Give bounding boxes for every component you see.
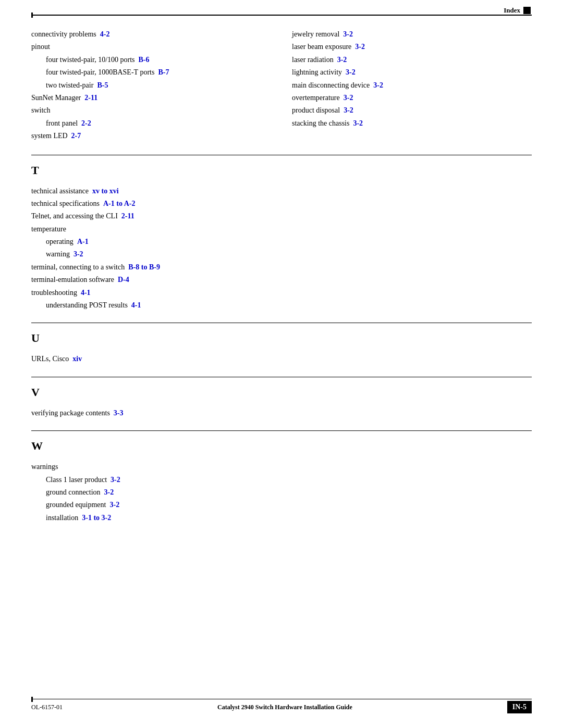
footer-guide-title: Catalyst 2940 Switch Hardware Installati… [217,704,352,711]
list-item: ground connection 3-2 [46,487,532,498]
link-post[interactable]: 4-1 [131,301,141,309]
list-item: Telnet, and accessing the CLI 2-11 [31,211,532,222]
list-item: understanding POST results 4-1 [46,300,532,311]
list-item: URLs, Cisco xiv [31,353,532,365]
link-tech-specs[interactable]: A-1 to A-2 [103,200,135,207]
list-item: terminal-emulation software D-4 [31,274,532,286]
list-item: product disposal 3-2 [292,105,532,116]
list-item: troubleshooting 4-1 [31,287,532,299]
list-item: SunNet Manager 2-11 [31,92,271,104]
list-item: warning 3-2 [46,249,532,260]
link-laser-beam[interactable]: 3-2 [355,43,365,51]
list-item: front panel 2-2 [46,118,271,129]
link-connectivity[interactable]: 4-2 [100,30,110,38]
link-urls-cisco[interactable]: xiv [72,355,82,363]
section-heading-u: U [31,331,532,345]
divider-u [31,323,532,323]
list-item: lightning activity 3-2 [292,67,532,78]
list-item: warnings [31,461,532,473]
link-product-disposal[interactable]: 3-2 [344,106,353,114]
link-sunnet[interactable]: 2-11 [84,94,97,102]
link-overtemp[interactable]: 3-2 [344,94,353,102]
header: Index [504,6,531,15]
list-item: laser beam exposure 3-2 [292,41,532,53]
list-item: main disconnecting device 3-2 [292,80,532,91]
link-lightning[interactable]: 3-2 [346,68,356,76]
link-telnet[interactable]: 2-11 [121,212,134,220]
list-item: two twisted-pair B-5 [46,80,271,91]
list-item: pinout [31,41,271,53]
link-grounded-equip[interactable]: 3-2 [109,501,119,509]
link-troubleshooting[interactable]: 4-1 [81,289,91,297]
list-item: operating A-1 [46,236,532,248]
link-operating[interactable]: A-1 [77,238,89,245]
footer-doc-number: OL-6157-01 [31,704,63,711]
link-class-laser[interactable]: 3-2 [111,476,120,484]
link-jewelry[interactable]: 3-2 [343,30,353,38]
list-item: connectivity problems 4-2 [31,29,271,40]
footer: OL-6157-01 Catalyst 2940 Switch Hardware… [31,701,532,713]
divider-t [31,155,532,155]
link-two-twisted-pair[interactable]: B-5 [97,81,108,89]
footer-page-label: IN-5 [507,701,532,713]
header-black-box [523,7,531,14]
link-front-panel[interactable]: 2-2 [81,119,91,127]
list-item: installation 3-1 to 3-2 [46,512,532,524]
top-border [31,15,532,16]
col-right: jewelry removal 3-2 laser beam exposure … [292,29,532,143]
section-heading-t: T [31,164,532,177]
list-item: temperature [31,224,532,235]
list-item: verifying package contents 3-3 [31,408,532,419]
link-stacking[interactable]: 3-2 [353,119,363,127]
top-two-col: connectivity problems 4-2 pinout four tw… [31,29,532,143]
link-system-led[interactable]: 2-7 [71,132,81,140]
page: Index connectivity problems 4-2 pinout f… [0,0,563,728]
link-twisted-pair-10100[interactable]: B-6 [139,56,150,64]
link-terminal-emul[interactable]: D-4 [118,276,129,283]
list-item: system LED 2-7 [31,130,271,142]
link-twisted-pair-1000[interactable]: B-7 [158,68,169,76]
list-item: jewelry removal 3-2 [292,29,532,40]
link-verify-pkg[interactable]: 3-3 [114,409,124,417]
list-item: grounded equipment 3-2 [46,499,532,511]
list-item: technical specifications A-1 to A-2 [31,198,532,209]
list-item: overtemperature 3-2 [292,92,532,104]
list-item: Class 1 laser product 3-2 [46,474,532,486]
link-ground-conn[interactable]: 3-2 [104,488,114,496]
bottom-border [31,699,532,700]
list-item: stacking the chassis 3-2 [292,118,532,129]
divider-w [31,430,532,431]
list-item: four twisted-pair, 1000BASE-T ports B-7 [46,67,271,78]
main-content: connectivity problems 4-2 pinout four tw… [31,29,532,686]
link-terminal-switch[interactable]: B-8 to B-9 [128,263,160,271]
link-tech-assist[interactable]: xv to xvi [92,187,119,195]
list-item: laser radiation 3-2 [292,54,532,66]
divider-v [31,377,532,377]
link-main-disconnect[interactable]: 3-2 [373,81,383,89]
col-left: connectivity problems 4-2 pinout four tw… [31,29,271,143]
list-item: technical assistance xv to xvi [31,186,532,197]
link-warning-temp[interactable]: 3-2 [74,250,83,258]
list-item: switch [31,105,271,116]
list-item: terminal, connecting to a switch B-8 to … [31,262,532,273]
section-heading-v: V [31,386,532,399]
list-item: four twisted-pair, 10/100 ports B-6 [46,54,271,66]
link-installation[interactable]: 3-1 to 3-2 [82,514,111,522]
header-label: Index [504,6,520,15]
section-heading-w: W [31,439,532,453]
link-laser-radiation[interactable]: 3-2 [337,56,347,64]
